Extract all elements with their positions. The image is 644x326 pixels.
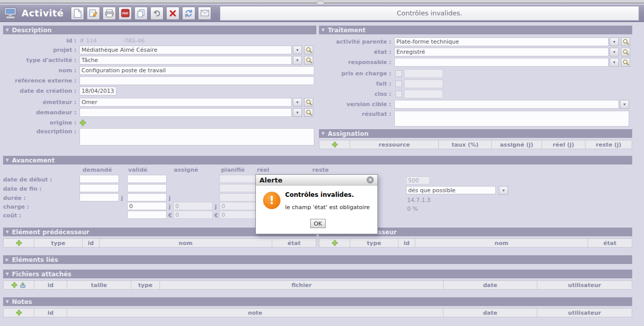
charge-planifie-input[interactable]	[219, 202, 259, 210]
planning-dropdown-button[interactable]: ▼	[499, 186, 508, 195]
column-header-taille: taille	[67, 281, 131, 289]
responsable-input[interactable]	[394, 58, 609, 67]
add-origine-icon[interactable]	[79, 119, 86, 126]
add-predecesseur-cell[interactable]	[4, 239, 34, 247]
predecesseur-table-header: type id nom état	[3, 238, 316, 248]
new-document-button[interactable]	[71, 7, 84, 20]
charge-valide-input[interactable]	[127, 202, 167, 210]
activite-parente-input[interactable]	[394, 37, 609, 46]
chevron-down-icon: ▼	[623, 103, 627, 106]
edit-button[interactable]	[87, 7, 100, 20]
duree-valide-input[interactable]	[127, 193, 167, 201]
cout-valide-input[interactable]	[127, 211, 167, 219]
date-creation-input[interactable]	[79, 87, 116, 95]
toolbar: Activité PDF Contrôles invalides.	[0, 5, 644, 22]
column-header-etat: état	[272, 239, 316, 247]
duree-planifie-input[interactable]	[219, 193, 259, 201]
ok-button[interactable]: OK	[310, 219, 326, 228]
activite-parente-search-button[interactable]	[621, 37, 630, 46]
etat-search-button[interactable]	[621, 48, 630, 56]
import-file-icon[interactable]	[19, 282, 26, 288]
priorite-input[interactable]	[406, 176, 430, 185]
reference-externe-input[interactable]	[79, 76, 314, 85]
debut-planifie-input[interactable]	[219, 175, 259, 183]
version-cible-dropdown-button[interactable]: ▼	[620, 100, 629, 109]
cout-planifie-input[interactable]	[219, 211, 259, 219]
projet-input[interactable]	[79, 46, 292, 54]
collapse-icon: ▼	[6, 299, 9, 304]
col-header-valide: validé	[128, 167, 147, 173]
alert-dialog-titlebar[interactable]: Alerte ✕	[256, 175, 377, 186]
assignation-section-header[interactable]: ▼Assignation	[319, 129, 632, 138]
notes-section-header[interactable]: ▼Notes	[3, 297, 632, 306]
type-activite-input[interactable]	[79, 56, 292, 65]
nom-input[interactable]	[79, 66, 314, 75]
fin-valide-input[interactable]	[127, 184, 167, 192]
print-button[interactable]	[103, 7, 116, 20]
refresh-icon	[185, 9, 193, 17]
undo-icon	[153, 10, 161, 17]
resultat-textarea[interactable]	[394, 111, 629, 127]
col-header-reel: réel	[257, 167, 269, 173]
add-successeur-cell[interactable]	[319, 239, 350, 247]
copy-button[interactable]	[134, 7, 148, 20]
search-icon	[622, 49, 629, 55]
search-icon	[622, 38, 629, 45]
type-activite-search-button[interactable]	[304, 56, 313, 65]
fichiers-section-header[interactable]: ▼Fichiers attachés	[3, 270, 632, 278]
add-assignation-cell[interactable]	[319, 140, 350, 149]
fait-checkbox[interactable]	[395, 80, 402, 87]
demandeur-dropdown-button[interactable]: ▼	[293, 108, 302, 117]
mail-button[interactable]	[198, 7, 211, 20]
fichiers-table-header: id taille type fichier date utilisateur	[3, 280, 632, 290]
version-cible-label: version cible :	[319, 101, 394, 108]
pris-en-charge-date-input[interactable]	[404, 69, 443, 78]
traitement-section-header[interactable]: ▼Traitement	[319, 26, 632, 34]
type-activite-dropdown-button[interactable]: ▼	[293, 56, 302, 65]
column-header-utilisateur: utilisateur	[537, 309, 632, 317]
col-header-reste: reste	[312, 167, 329, 173]
expand-icon: ▶	[6, 257, 9, 262]
fin-planifie-input[interactable]	[219, 184, 259, 192]
emetteur-search-button[interactable]	[304, 98, 313, 107]
notes-section: ▼Notes id note date utilisateur	[3, 297, 632, 317]
etat-dropdown-button[interactable]: ▼	[610, 48, 619, 56]
charge-assigne-input[interactable]	[173, 202, 213, 210]
description-section-header[interactable]: ▼Description	[3, 26, 316, 34]
clos-checkbox[interactable]	[395, 91, 402, 97]
fait-date-input[interactable]	[404, 79, 443, 88]
version-cible-input[interactable]	[394, 100, 619, 109]
elements-lies-section-header[interactable]: ▶Eléments liés	[3, 255, 632, 264]
cout-label: coût :	[3, 212, 76, 219]
projet-search-button[interactable]	[304, 46, 313, 54]
delete-button[interactable]	[166, 7, 179, 20]
demandeur-search-button[interactable]	[304, 108, 313, 117]
cout-assigne-input[interactable]	[173, 211, 213, 219]
add-icon[interactable]	[11, 282, 17, 288]
add-note-cell[interactable]	[4, 309, 34, 317]
avancement-section-header[interactable]: ▼Avancement	[3, 156, 632, 165]
add-icon	[16, 240, 22, 246]
undo-button[interactable]	[150, 7, 164, 20]
debut-valide-input[interactable]	[127, 175, 167, 183]
clos-date-input[interactable]	[404, 90, 443, 98]
duree-demande-input[interactable]	[79, 193, 119, 201]
emetteur-input[interactable]	[79, 98, 292, 107]
fin-demande-input[interactable]	[79, 184, 119, 192]
close-icon[interactable]: ✕	[367, 176, 374, 184]
planning-input[interactable]	[406, 186, 496, 194]
responsable-dropdown-button[interactable]: ▼	[610, 58, 619, 67]
emetteur-dropdown-button[interactable]: ▼	[293, 98, 302, 107]
print-icon	[105, 9, 114, 17]
pris-en-charge-checkbox[interactable]	[395, 70, 402, 77]
debut-demande-input[interactable]	[79, 175, 119, 183]
refresh-button[interactable]	[182, 7, 195, 20]
responsable-search-button[interactable]	[621, 58, 630, 67]
projet-dropdown-button[interactable]: ▼	[293, 46, 302, 54]
column-header-ressource: ressource	[350, 140, 439, 149]
activite-parente-dropdown-button[interactable]: ▼	[610, 37, 619, 46]
demandeur-input[interactable]	[79, 108, 292, 117]
pdf-export-button[interactable]: PDF	[118, 7, 132, 20]
description-textarea[interactable]	[79, 128, 314, 146]
etat-input[interactable]	[394, 48, 609, 56]
